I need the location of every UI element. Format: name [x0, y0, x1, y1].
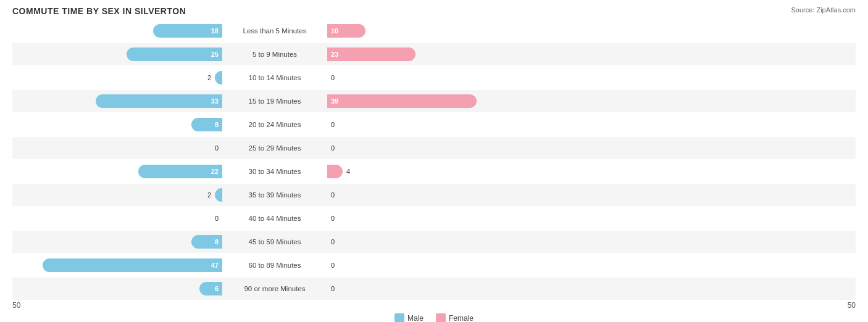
table-row: 235 to 39 Minutes0 — [12, 184, 856, 206]
female-value-zero: 0 — [331, 121, 335, 128]
male-value-inside: 6 — [211, 285, 222, 292]
male-bar-section: 18 — [12, 20, 222, 42]
chart-area: 18Less than 5 Minutes10255 to 9 Minutes2… — [12, 20, 856, 300]
row-label: Less than 5 Minutes — [222, 27, 327, 35]
male-bar-section: 8 — [12, 231, 222, 253]
male-bar: 6 — [199, 282, 222, 295]
male-bar: 25 — [127, 47, 222, 61]
table-row: 025 to 29 Minutes0 — [12, 137, 856, 159]
male-value-zero: 0 — [215, 215, 219, 222]
male-value-zero: 0 — [215, 144, 219, 152]
male-bar: 8 — [191, 118, 222, 131]
female-bar-section: 0 — [327, 114, 537, 136]
row-label: 40 to 44 Minutes — [222, 215, 327, 222]
male-bar-section: 33 — [12, 90, 222, 112]
table-row: 18Less than 5 Minutes10 — [12, 20, 856, 42]
axis-left: 50 — [12, 301, 20, 310]
female-value-zero: 0 — [331, 74, 335, 81]
row-label: 25 to 29 Minutes — [222, 144, 327, 152]
female-value-zero: 0 — [331, 238, 335, 246]
female-bar-section: 0 — [327, 67, 537, 89]
female-bar: 39 — [327, 94, 477, 108]
male-bar-section: 25 — [12, 43, 222, 65]
male-bar — [215, 71, 222, 85]
chart-title: COMMUTE TIME BY SEX IN SILVERTON — [12, 6, 856, 16]
female-bar-section: 0 — [327, 278, 537, 300]
female-bar-section: 0 — [327, 137, 537, 159]
male-bar-section: 8 — [12, 114, 222, 136]
female-bar — [327, 165, 343, 178]
legend: Male Female — [12, 313, 856, 322]
row-label: 10 to 14 Minutes — [222, 74, 327, 81]
male-bar-section: 6 — [12, 278, 222, 300]
male-value-outside: 2 — [207, 191, 211, 199]
female-value-zero: 0 — [331, 215, 335, 222]
female-value-zero: 0 — [331, 144, 335, 152]
male-value-inside: 18 — [207, 27, 222, 35]
male-value-outside: 2 — [207, 74, 211, 81]
male-bar-section: 2 — [12, 67, 222, 89]
female-bar-section: 0 — [327, 254, 537, 276]
table-row: 4760 to 89 Minutes0 — [12, 254, 856, 276]
male-bar: 8 — [191, 235, 222, 249]
male-value-inside: 25 — [207, 51, 222, 58]
row-label: 30 to 34 Minutes — [222, 168, 327, 175]
male-color-box — [394, 313, 404, 322]
female-bar-section: 39 — [327, 90, 537, 112]
legend-male: Male — [394, 313, 424, 322]
male-value-inside: 33 — [207, 97, 222, 105]
table-row: 255 to 9 Minutes23 — [12, 43, 856, 65]
male-bar: 22 — [138, 165, 222, 178]
table-row: 820 to 24 Minutes0 — [12, 114, 856, 136]
male-bar: 47 — [43, 258, 222, 272]
female-value-inside: 39 — [327, 97, 342, 105]
table-row: 690 or more Minutes0 — [12, 278, 856, 300]
female-value-zero: 0 — [331, 262, 335, 269]
table-row: 210 to 14 Minutes0 — [12, 67, 856, 89]
female-bar-section: 0 — [327, 184, 537, 206]
female-bar: 10 — [327, 24, 365, 38]
female-label: Female — [449, 314, 474, 322]
male-bar: 33 — [96, 94, 222, 108]
female-bar-section: 4 — [327, 160, 537, 183]
male-bar-section: 2 — [12, 184, 222, 206]
male-bar: 18 — [153, 24, 222, 38]
male-value-inside: 8 — [211, 238, 222, 246]
row-label: 60 to 89 Minutes — [222, 262, 327, 269]
male-value-inside: 47 — [207, 262, 222, 269]
table-row: 040 to 44 Minutes0 — [12, 207, 856, 229]
female-value-outside: 4 — [346, 168, 350, 175]
row-label: 35 to 39 Minutes — [222, 191, 327, 199]
female-value-zero: 0 — [331, 191, 335, 199]
male-value-inside: 22 — [207, 168, 222, 175]
female-bar-section: 23 — [327, 43, 537, 65]
male-label: Male — [407, 314, 424, 322]
table-row: 3315 to 19 Minutes39 — [12, 90, 856, 112]
row-label: 5 to 9 Minutes — [222, 51, 327, 58]
female-bar-section: 0 — [327, 231, 537, 253]
female-value-zero: 0 — [331, 285, 335, 292]
male-bar-section: 22 — [12, 160, 222, 183]
female-bar-section: 10 — [327, 20, 537, 42]
female-value-inside: 10 — [327, 27, 342, 35]
female-bar: 23 — [327, 47, 415, 61]
male-value-inside: 8 — [211, 121, 222, 128]
female-value-inside: 23 — [327, 51, 342, 58]
axis-right: 50 — [848, 301, 856, 310]
male-bar-section: 0 — [12, 207, 222, 229]
row-label: 90 or more Minutes — [222, 285, 327, 292]
row-label: 45 to 59 Minutes — [222, 238, 327, 246]
source-label: Source: ZipAtlas.com — [791, 6, 856, 14]
row-label: 20 to 24 Minutes — [222, 121, 327, 128]
legend-female: Female — [436, 313, 474, 322]
chart-container: COMMUTE TIME BY SEX IN SILVERTON Source:… — [0, 0, 868, 322]
row-label: 15 to 19 Minutes — [222, 97, 327, 105]
female-color-box — [436, 313, 446, 322]
male-bar — [215, 188, 222, 202]
table-row: 845 to 59 Minutes0 — [12, 231, 856, 253]
male-bar-section: 47 — [12, 254, 222, 276]
table-row: 2230 to 34 Minutes4 — [12, 160, 856, 183]
female-bar-section: 0 — [327, 207, 537, 229]
male-bar-section: 0 — [12, 137, 222, 159]
axis-labels: 50 50 — [12, 301, 856, 311]
